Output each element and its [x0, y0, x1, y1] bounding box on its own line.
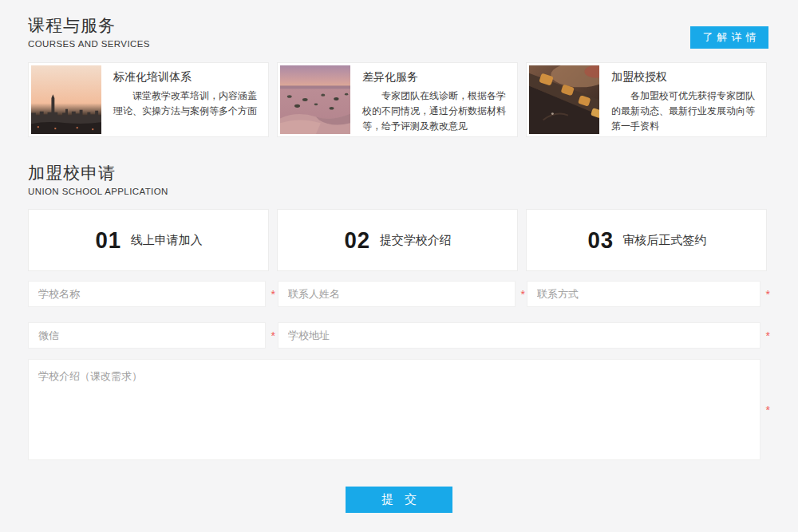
card-title: 加盟校授权 — [611, 70, 758, 85]
learn-more-button[interactable]: 了解详情 — [690, 26, 768, 49]
step-number: 02 — [345, 227, 371, 254]
application-section-header: 加盟校申请 UNION SCHOOL APPLICATION — [28, 162, 168, 196]
school-name-input[interactable] — [28, 281, 266, 307]
required-asterisk: * — [521, 289, 525, 300]
required-asterisk: * — [766, 330, 770, 341]
school-address-input[interactable] — [278, 322, 760, 349]
school-address-field-wrap: * — [278, 322, 760, 349]
film-strip-image — [529, 65, 599, 134]
application-steps: 01 线上申请加入 02 提交学校介绍 03 审核后正式签约 — [28, 209, 767, 271]
card-description: 课堂教学改革培训，内容涵盖理论、实操方法与案例等多个方面 — [113, 89, 260, 119]
submit-button[interactable]: 提交 — [346, 487, 452, 513]
contact-info-input[interactable] — [527, 281, 760, 307]
card-description: 各加盟校可优先获得专家团队的最新动态、最新行业发展动向等第一手资料 — [611, 89, 758, 134]
card-differentiated-service: 差异化服务 专家团队在线诊断，根据各学校的不同情况，通过分析数据材料等，给予评测… — [277, 62, 518, 137]
step-label: 线上申请加入 — [131, 233, 203, 248]
wechat-field-wrap: * — [28, 322, 266, 349]
required-asterisk: * — [271, 330, 275, 341]
courses-title: 课程与服务 — [28, 14, 150, 37]
school-intro-textarea[interactable] — [28, 359, 760, 460]
page: 课程与服务 COURSES AND SERVICES 了解详情 — [0, 0, 798, 532]
courses-subtitle: COURSES AND SERVICES — [28, 39, 150, 49]
card-franchise-authorization: 加盟校授权 各加盟校可优先获得专家团队的最新动态、最新行业发展动向等第一手资料 — [526, 62, 767, 137]
application-subtitle: UNION SCHOOL APPLICATION — [28, 187, 168, 196]
card-title: 标准化培训体系 — [113, 70, 260, 85]
school-intro-field-wrap: * — [28, 359, 760, 460]
contact-info-field-wrap: * — [527, 281, 760, 307]
contact-name-field-wrap: * — [278, 281, 516, 307]
step-label: 提交学校介绍 — [380, 233, 452, 248]
course-cards: 标准化培训体系 课堂教学改革培训，内容涵盖理论、实操方法与案例等多个方面 — [28, 62, 767, 137]
card-body: 差异化服务 专家团队在线诊断，根据各学校的不同情况，通过分析数据材料等，给予评测… — [353, 63, 517, 136]
city-skyline-sunset-image — [31, 65, 101, 134]
required-asterisk: * — [766, 289, 770, 300]
step-2-submit-intro: 02 提交学校介绍 — [277, 209, 518, 271]
step-number: 03 — [587, 227, 614, 254]
desert-dusk-image — [280, 65, 350, 134]
courses-section-header: 课程与服务 COURSES AND SERVICES — [28, 14, 150, 49]
wechat-input[interactable] — [28, 322, 266, 349]
step-label: 审核后正式签约 — [622, 233, 706, 248]
card-body: 加盟校授权 各加盟校可优先获得专家团队的最新动态、最新行业发展动向等第一手资料 — [602, 63, 766, 136]
school-name-field-wrap: * — [28, 281, 266, 307]
step-number: 01 — [96, 227, 122, 254]
required-asterisk: * — [766, 404, 770, 416]
contact-name-input[interactable] — [278, 281, 516, 307]
card-description: 专家团队在线诊断，根据各学校的不同情况，通过分析数据材料等，给予评测及教改意见 — [362, 89, 509, 134]
card-body: 标准化培训体系 课堂教学改革培训，内容涵盖理论、实操方法与案例等多个方面 — [104, 63, 268, 136]
step-1-apply-online: 01 线上申请加入 — [28, 209, 269, 271]
required-asterisk: * — [271, 289, 275, 300]
card-title: 差异化服务 — [362, 70, 509, 85]
application-title: 加盟校申请 — [28, 162, 168, 184]
step-3-sign-contract: 03 审核后正式签约 — [526, 209, 767, 271]
card-standardized-training: 标准化培训体系 课堂教学改革培训，内容涵盖理论、实操方法与案例等多个方面 — [28, 62, 269, 137]
